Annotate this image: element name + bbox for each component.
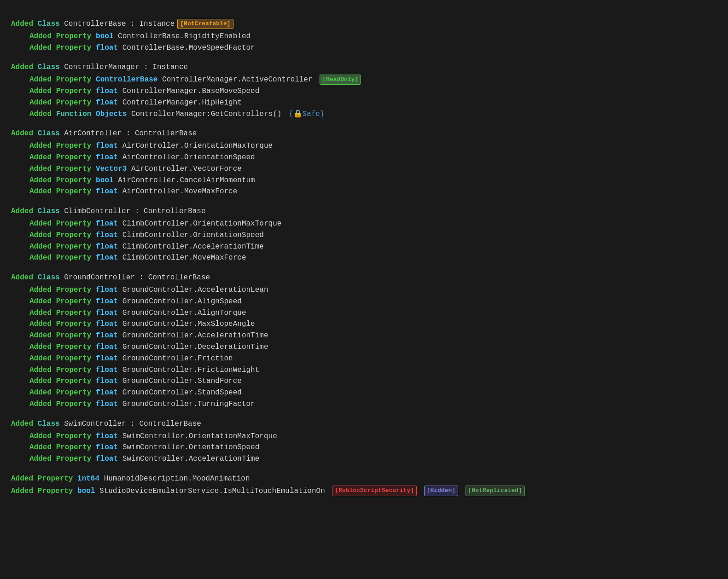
keyword-property: Property [56,309,92,317]
keyword-class: Class [38,420,60,428]
type-keyword: float [96,142,118,150]
property-line: Added Property float GroundController.Fr… [11,365,717,376]
property-line: Added Property bool AirController.Cancel… [11,175,717,186]
keyword-property: Property [56,75,92,84]
type-keyword: float [96,432,118,440]
class-name: ControllerBase [64,20,126,28]
safe-tag: {🔒Safe} [289,110,325,118]
type-keyword: float [96,44,118,52]
property-line: Added Property Vector3 AirController.Vec… [11,163,717,175]
keyword-property: Property [56,331,92,340]
property-line: Added Property float GroundController.St… [11,387,717,399]
type-keyword: ControllerBase [96,75,157,84]
keyword-added: Added [29,455,52,463]
type-keyword: Objects [96,110,127,118]
parent-class: ControllerBase [135,129,197,138]
property-line: Added Property float GroundController.Tu… [11,399,717,410]
keyword-property: Property [56,220,92,228]
class-section: Added Class GroundController : Controlle… [11,272,717,410]
property-line: Added Property float ClimbController.Acc… [11,241,717,253]
type-keyword: float [96,309,118,317]
property-line: Added Property float ClimbController.Mov… [11,252,717,264]
property-line: Added Property float ClimbController.Ori… [11,230,717,241]
member-name: ControllerBase.RigidityEnabled [118,32,250,41]
keyword-property: Property [56,231,92,239]
type-keyword: float [96,297,118,306]
member-name: AirController.MoveMaxForce [122,187,238,196]
keyword-property: Property [56,44,92,52]
keyword-class: Class [38,63,60,71]
keyword-added: Added [29,243,52,251]
keyword-property: Property [56,153,92,162]
standalone-property-line: Added Property bool StudioDeviceEmulator… [11,486,717,497]
member-name: GroundController.AccelerationTime [122,331,268,340]
keyword-added: Added [11,487,33,495]
keyword-property: Property [56,243,92,251]
keyword-property: Property [56,455,92,463]
member-name: ControllerBase.MoveSpeedFactor [122,44,255,52]
member-name: StudioDeviceEmulatorService.IsMultiTouch… [99,487,325,495]
class-section: Added Class AirController : ControllerBa… [11,128,717,197]
member-name: GroundController.AlignTorque [122,309,246,317]
function-line: Added Function Objects ControllerManager… [11,109,717,120]
member-name: GroundController.AlignSpeed [122,297,242,306]
property-line: Added Property float SwimController.Orie… [11,431,717,442]
class-name: ControllerManager [64,63,139,71]
keyword-property: Property [56,354,92,363]
property-line: Added Property float ClimbController.Ori… [11,218,717,230]
class-section: Added Class ControllerBase : Instance[No… [11,18,717,53]
class-section: Added Class SwimController : ControllerB… [11,418,717,465]
keyword-class: Class [38,20,60,28]
keyword-added: Added [29,142,52,150]
standalone-section: Added Property int64 HumanoidDescription… [11,473,717,497]
member-name: ClimbController.OrientationMaxTorque [122,220,282,228]
member-name: GroundController.Friction [122,354,233,363]
keyword-added: Added [29,331,52,340]
keyword-property: Property [56,388,92,397]
keyword-function: Function [56,110,92,118]
keyword-property: Property [56,87,92,95]
keyword-added: Added [29,165,52,173]
class-section: Added Class ClimbController : Controller… [11,206,717,264]
keyword-added: Added [29,297,52,306]
type-keyword: float [96,254,118,262]
keyword-added: Added [11,20,33,28]
type-keyword: float [96,400,118,408]
keyword-added: Added [29,343,52,351]
type-keyword: bool [96,176,113,185]
member-name: AirController.CancelAirMomentum [118,176,255,185]
keyword-property: Property [56,176,92,185]
keyword-added: Added [29,153,52,162]
member-name: ControllerManager.ActiveController [162,75,312,84]
property-line: Added Property float GroundController.St… [11,376,717,387]
keyword-added: Added [29,32,52,41]
standalone-property-line: Added Property int64 HumanoidDescription… [11,473,717,485]
keyword-property: Property [56,98,92,107]
property-line: Added Property float GroundController.Al… [11,307,717,319]
type-keyword: float [96,366,118,374]
keyword-property: Property [56,443,92,452]
type-keyword: float [96,455,118,463]
property-line: Added Property ControllerBase Controller… [11,74,717,86]
type-keyword: float [96,187,118,196]
keyword-added: Added [29,75,52,84]
keyword-added: Added [29,187,52,196]
member-name: GroundController.DecelerationTime [122,343,268,351]
keyword-added: Added [29,286,52,294]
member-name: AirController.OrientationMaxTorque [122,142,273,150]
class-line: Added Class ClimbController : Controller… [11,206,717,217]
keyword-property: Property [56,377,92,385]
class-section: Added Class ControllerManager : Instance… [11,62,717,120]
keyword-property: Property [56,432,92,440]
member-name: ControllerManager.HipHeight [122,98,242,107]
member-name: GroundController.StandForce [122,377,242,385]
property-line: Added Property float GroundController.Fr… [11,353,717,365]
type-keyword: float [96,343,118,351]
keyword-class: Class [38,273,60,282]
badge-notcreatable: [NotCreatable] [177,19,233,29]
member-name: SwimController.AccelerationTime [122,455,260,463]
keyword-added: Added [11,207,33,215]
keyword-property: Property [56,297,92,306]
keyword-added: Added [29,366,52,374]
type-keyword: float [96,331,118,340]
